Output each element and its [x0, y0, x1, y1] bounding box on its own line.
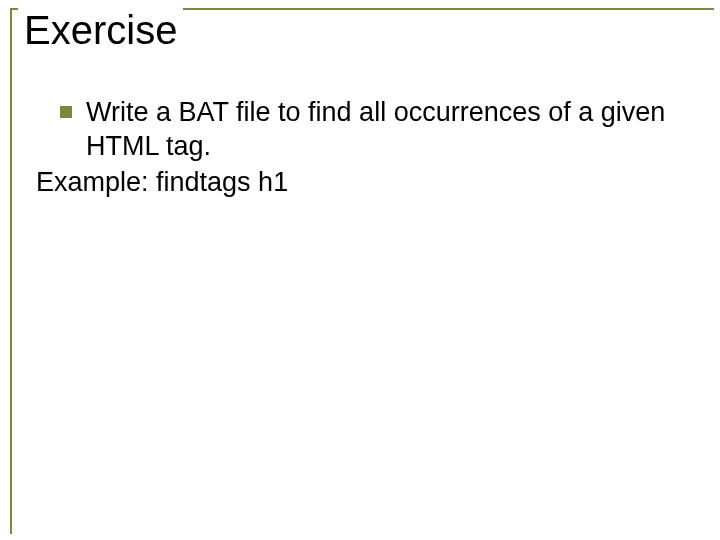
- bullet-text: Write a BAT file to find all occurrences…: [86, 96, 690, 164]
- example-line: Example: findtags h1: [36, 166, 690, 200]
- title-container: Exercise: [18, 8, 183, 58]
- bullet-item: Write a BAT file to find all occurrences…: [36, 96, 690, 164]
- content-area: Write a BAT file to find all occurrences…: [36, 96, 690, 199]
- slide: Exercise Write a BAT file to find all oc…: [0, 0, 720, 540]
- slide-title: Exercise: [24, 8, 177, 52]
- square-bullet-icon: [60, 106, 72, 118]
- frame-left-rule: [10, 8, 12, 534]
